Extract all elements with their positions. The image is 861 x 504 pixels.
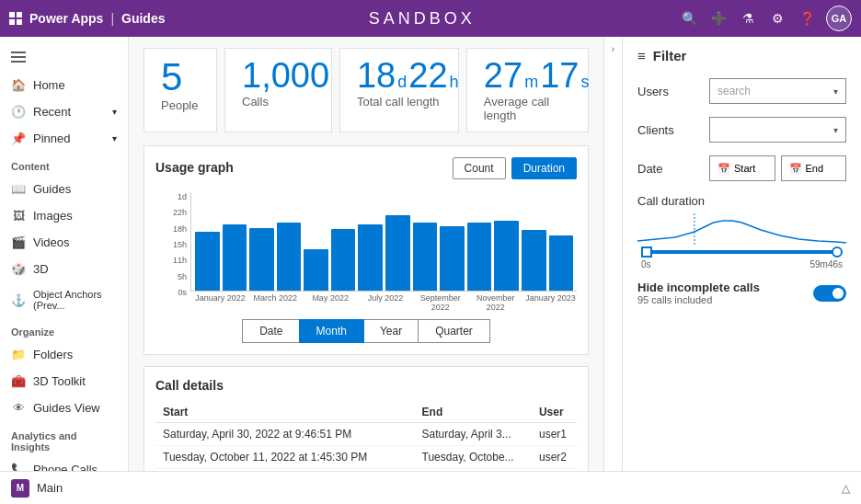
sidebar-item-3d-toolkit[interactable]: 🧰 3D Toolkit	[0, 368, 128, 395]
stat-card-total-call: 18 d 22 h Total call length	[339, 48, 459, 132]
bar	[195, 232, 220, 291]
content-section-label: Content	[0, 152, 128, 176]
slider-max-label: 59m46s	[809, 259, 843, 269]
duration-btn[interactable]: Duration	[511, 157, 577, 179]
period-year-btn[interactable]: Year	[362, 319, 419, 343]
folders-icon: 📁	[11, 348, 26, 361]
sub-brand-label: Guides	[121, 11, 165, 26]
env-label: Main	[37, 481, 834, 495]
table-row[interactable]: Tuesday, October 11, 2022 at 1:45:30 PM …	[155, 446, 577, 469]
slider-thumb-left[interactable]	[641, 246, 652, 258]
home-icon: 🏠	[11, 78, 26, 92]
avg-call-minutes: 27	[484, 58, 522, 93]
clients-label: Clients	[637, 123, 702, 137]
bar	[249, 228, 274, 291]
toolkit-icon: 🧰	[11, 374, 26, 388]
stat-card-avg-call: 27 m 17 s Average call length	[466, 48, 589, 132]
start-date-btn[interactable]: 📅 Start	[709, 155, 775, 181]
sidebar-item-home[interactable]: 🏠 Home	[0, 72, 128, 98]
row-end: Saturday, April 3...	[415, 423, 532, 446]
sidebar-label: Phone Calls	[33, 463, 98, 471]
organize-section-label: Organize	[0, 317, 128, 341]
chevron-down-icon: ▾	[833, 86, 838, 97]
calendar-icon: 📅	[718, 163, 730, 175]
sidebar-item-guides[interactable]: 📖 Guides	[0, 176, 128, 202]
count-btn[interactable]: Count	[453, 157, 506, 179]
settings-icon[interactable]: ⚙	[767, 8, 787, 29]
analytics-section-label: Analytics and Insights	[0, 421, 128, 456]
end-date-btn[interactable]: 📅 End	[781, 155, 847, 181]
sidebar-item-recent[interactable]: 🕐 Recent ▾	[0, 98, 128, 125]
bar	[440, 226, 465, 291]
people-label: People	[161, 98, 198, 112]
duration-slider[interactable]: 0s 59m46s	[641, 250, 843, 269]
filter-panel: ≡ Filter Users search ▾ Clients ▾ Date 📅	[622, 37, 861, 471]
slider-min-label: 0s	[641, 259, 651, 269]
env-arrow-icon[interactable]: △	[842, 482, 850, 495]
x-axis: January 2022 March 2022 May 2022 July 20…	[190, 293, 577, 312]
call-duration-label: Call duration	[637, 194, 705, 208]
sidebar-item-object-anchors[interactable]: ⚓ Object Anchors (Prev...	[0, 282, 128, 317]
top-nav-actions: 🔍 ➕ ⚗ ⚙ ❓ GA	[679, 6, 852, 31]
app-title: SANDBOX	[166, 9, 680, 29]
brand-label: Power Apps	[29, 11, 103, 26]
total-call-hours: 22	[408, 58, 447, 93]
bar	[331, 229, 356, 291]
hamburger-menu[interactable]	[0, 42, 128, 72]
start-btn-label: Start	[734, 163, 755, 174]
clients-input[interactable]: ▾	[709, 117, 846, 143]
sidebar-item-3d[interactable]: 🎲 3D	[0, 256, 128, 282]
sidebar-item-folders[interactable]: 📁 Folders	[0, 341, 128, 368]
pin-icon: 📌	[11, 132, 26, 145]
slider-thumb-right[interactable]	[832, 246, 843, 258]
chevron-down-icon: ▾	[112, 133, 117, 143]
period-month-btn[interactable]: Month	[299, 319, 364, 343]
filter-row-clients: Clients ▾	[637, 117, 846, 143]
chevron-down-icon: ▾	[112, 107, 117, 117]
bar	[549, 235, 574, 291]
sidebar-item-pinned[interactable]: 📌 Pinned ▾	[0, 125, 128, 152]
sidebar-item-videos[interactable]: 🎬 Videos	[0, 229, 128, 256]
total-call-combined: 18 d 22 h	[357, 58, 459, 93]
avg-call-label: Average call length	[484, 95, 571, 122]
chevron-left-icon: ›	[612, 44, 614, 54]
bottom-bar: M Main △	[0, 471, 861, 504]
stat-card-people: 5 People	[144, 48, 217, 132]
filter-icon[interactable]: ⚗	[738, 8, 758, 29]
bar	[413, 223, 438, 291]
sidebar-item-phone-calls[interactable]: 📞 Phone Calls	[0, 456, 128, 471]
sidebar-item-guides-view[interactable]: 👁 Guides View	[0, 395, 128, 421]
help-icon[interactable]: ❓	[797, 8, 817, 29]
bar	[304, 249, 328, 291]
call-duration-section: Call duration 0s 59m46s	[637, 194, 846, 269]
period-date-btn[interactable]: Date	[242, 319, 300, 343]
panel-toggle[interactable]: ›	[603, 37, 622, 471]
search-icon[interactable]: 🔍	[679, 8, 699, 29]
sidebar-label: 3D Toolkit	[33, 374, 86, 388]
period-quarter-btn[interactable]: Quarter	[418, 319, 490, 343]
filter-row-date: Date 📅 Start 📅 End	[637, 155, 846, 181]
main-content: 5 People 1,000 Calls 18 d 22 h Total cal…	[129, 37, 603, 471]
filter-header: ≡ Filter	[637, 48, 846, 63]
sidebar-label: Object Anchors (Prev...	[33, 289, 117, 311]
hide-incomplete-sub: 95 calls included	[637, 294, 760, 305]
sidebar-item-images[interactable]: 🖼 Images	[0, 202, 128, 229]
avg-call-seconds: 17	[540, 58, 579, 93]
row-user: user1	[532, 423, 577, 446]
avatar[interactable]: GA	[826, 6, 852, 31]
hide-incomplete-toggle[interactable]	[813, 285, 846, 302]
sidebar-label: Guides	[33, 182, 71, 196]
call-details-table: Start End User Saturday, April 30, 2022 …	[155, 402, 577, 471]
call-details-title: Call details	[155, 378, 577, 393]
sidebar-label: Folders	[33, 348, 73, 361]
users-search-input[interactable]: search ▾	[709, 78, 846, 104]
hide-incomplete-label: Hide incomplete calls	[637, 281, 760, 294]
add-icon[interactable]: ➕	[708, 8, 729, 29]
recent-icon: 🕐	[11, 105, 26, 119]
bar	[277, 223, 302, 291]
chart-wrapper: 1d 22h 18h 15h 11h 5h 0s	[155, 192, 577, 312]
grid-icon[interactable]	[9, 12, 22, 25]
3d-icon: 🎲	[11, 262, 26, 276]
sidebar-label: Videos	[33, 235, 70, 249]
table-row[interactable]: Saturday, April 30, 2022 at 9:46:51 PM S…	[155, 423, 577, 446]
